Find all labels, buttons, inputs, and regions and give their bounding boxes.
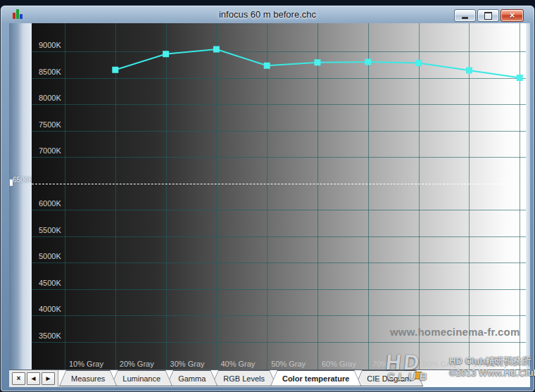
minimize-button[interactable] xyxy=(454,9,476,22)
data-point-marker xyxy=(112,67,118,73)
data-point-marker xyxy=(415,60,422,66)
tab-label: RGB Levels xyxy=(212,371,276,386)
restore-button[interactable] xyxy=(477,9,499,22)
tab-cie-diagram[interactable]: CIE Diagram xyxy=(355,370,423,386)
view-tabs: MeasuresLuminanceGammaRGB LevelsColor te… xyxy=(65,370,423,387)
title-bar[interactable]: infocus 60 m before.chc × xyxy=(1,6,534,23)
data-point-marker xyxy=(163,51,169,57)
minimize-icon xyxy=(462,17,468,19)
tab-luminance[interactable]: Luminance xyxy=(111,370,172,386)
close-icon: × xyxy=(510,11,515,20)
tab-label: Measures xyxy=(60,371,116,386)
data-point-marker xyxy=(517,75,523,81)
tab-label: CIE Diagram xyxy=(355,371,422,386)
reference-temperature-label: 6500K xyxy=(13,176,33,184)
sheet-nav-prev-view[interactable]: ◄ xyxy=(27,372,40,385)
color-temperature-chart[interactable]: 9000K8500K8000K7500K7000K6000K5500K5000K… xyxy=(32,23,526,369)
restore-icon xyxy=(484,12,492,20)
window-controls: × xyxy=(454,9,524,22)
reference-line-6500k xyxy=(32,184,526,184)
data-point-marker xyxy=(315,59,321,65)
tab-gamma[interactable]: Gamma xyxy=(166,370,218,386)
view-tab-bar: ×◄► MeasuresLuminanceGammaRGB LevelsColo… xyxy=(9,369,530,387)
left-frame-gutter: 6500K xyxy=(9,23,32,369)
tab-measures[interactable]: Measures xyxy=(59,370,117,386)
tab-rgb-levels[interactable]: RGB Levels xyxy=(211,370,277,386)
data-point-marker xyxy=(264,63,270,69)
right-frame-gutter xyxy=(526,23,530,369)
close-button[interactable]: × xyxy=(501,9,524,22)
sheet-nav-next-view[interactable]: ► xyxy=(42,372,55,385)
tab-label: Gamma xyxy=(167,371,217,386)
series-line xyxy=(32,23,526,369)
data-point-marker xyxy=(466,68,472,74)
tab-label: Luminance xyxy=(111,371,172,386)
tab-label: Color temperature xyxy=(271,371,360,386)
data-point-marker xyxy=(213,46,220,53)
sheet-nav-buttons: ×◄► xyxy=(9,370,58,387)
tab-color-temperature[interactable]: Color temperature xyxy=(270,370,361,386)
sheet-nav-close-view[interactable]: × xyxy=(12,372,25,385)
data-point-marker xyxy=(365,59,371,65)
homecinema-watermark: www.homecinema-fr.com xyxy=(390,326,520,338)
